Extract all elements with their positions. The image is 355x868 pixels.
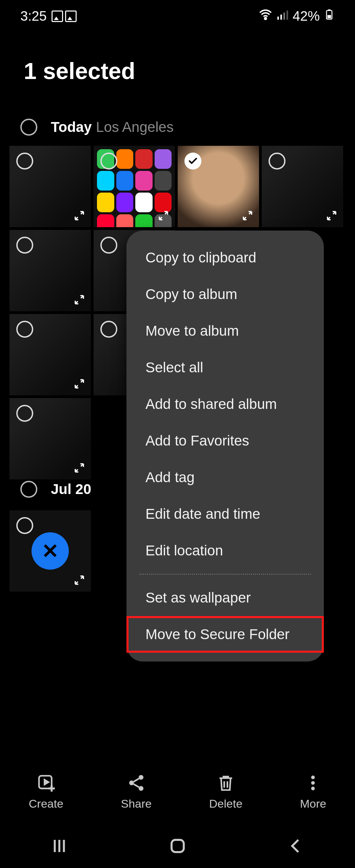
signal-icon: [276, 8, 289, 24]
svg-point-14: [311, 786, 315, 790]
page-title: 1 selected: [24, 58, 135, 84]
photo-thumb[interactable]: [9, 510, 91, 592]
menu-move-album[interactable]: Move to album: [126, 313, 324, 349]
expand-icon[interactable]: [73, 573, 86, 587]
bottom-action-bar: Create Share Delete More: [0, 760, 355, 824]
svg-rect-15: [172, 840, 184, 852]
menu-add-favorites[interactable]: Add to Favorites: [126, 422, 324, 459]
svg-point-10: [129, 781, 134, 785]
ifixit-icon: [32, 532, 69, 570]
create-button[interactable]: Create: [29, 773, 63, 810]
svg-point-13: [311, 781, 315, 785]
expand-icon[interactable]: [157, 209, 170, 222]
photo-notif-icon: [65, 11, 77, 22]
select-ring[interactable]: [16, 237, 33, 254]
select-ring[interactable]: [16, 153, 33, 170]
battery-text: 42%: [293, 8, 320, 24]
status-time: 3:25: [20, 8, 47, 24]
menu-separator: [139, 574, 311, 575]
section-title-jul20: Jul 20: [51, 481, 91, 497]
photo-thumb[interactable]: [9, 314, 91, 395]
select-all-jul20-checkbox[interactable]: [20, 481, 37, 498]
expand-icon[interactable]: [73, 377, 86, 391]
system-nav-bar: [0, 824, 355, 868]
expand-icon[interactable]: [73, 293, 86, 307]
nav-back-button[interactable]: [284, 834, 308, 858]
photo-thumb[interactable]: [9, 398, 91, 479]
section-title-today: Today: [51, 119, 92, 135]
select-all-today-checkbox[interactable]: [20, 119, 37, 136]
more-button[interactable]: More: [300, 773, 326, 810]
more-label: More: [300, 797, 326, 810]
photo-thumb[interactable]: [9, 230, 91, 311]
battery-icon: [324, 8, 335, 24]
nav-recents-button[interactable]: [47, 834, 71, 858]
share-button[interactable]: Share: [121, 773, 152, 810]
section-subtitle-today: Los Angeles: [96, 119, 174, 135]
svg-point-9: [139, 775, 143, 780]
select-ring[interactable]: [269, 153, 285, 170]
photo-thumb[interactable]: [262, 146, 343, 227]
context-menu: Copy to clipboard Copy to album Move to …: [126, 231, 324, 662]
svg-point-12: [311, 775, 315, 779]
menu-edit-location[interactable]: Edit location: [126, 532, 324, 569]
expand-icon[interactable]: [325, 209, 338, 222]
menu-copy-clipboard[interactable]: Copy to clipboard: [126, 239, 324, 276]
delete-label: Delete: [209, 797, 242, 810]
select-ring[interactable]: [16, 517, 33, 534]
svg-point-11: [139, 786, 143, 791]
checkmark-icon[interactable]: [184, 153, 201, 170]
menu-add-shared-album[interactable]: Add to shared album: [126, 386, 324, 422]
select-ring[interactable]: [16, 321, 33, 338]
nav-home-button[interactable]: [166, 834, 190, 858]
select-ring[interactable]: [100, 321, 117, 338]
delete-button[interactable]: Delete: [209, 773, 242, 810]
create-label: Create: [29, 797, 63, 810]
select-ring[interactable]: [100, 237, 117, 254]
svg-rect-6: [328, 9, 331, 11]
menu-copy-album[interactable]: Copy to album: [126, 276, 324, 313]
photo-notif-icon: [52, 11, 63, 22]
menu-select-all[interactable]: Select all: [126, 349, 324, 386]
status-bar: 3:25 42%: [0, 0, 355, 32]
svg-rect-3: [283, 13, 285, 20]
svg-point-0: [264, 18, 266, 19]
photo-thumb[interactable]: [9, 146, 91, 227]
menu-move-secure-folder[interactable]: Move to Secure Folder: [126, 616, 324, 653]
svg-rect-4: [287, 11, 288, 20]
select-ring[interactable]: [16, 405, 33, 422]
expand-icon[interactable]: [73, 461, 86, 475]
menu-set-wallpaper[interactable]: Set as wallpaper: [126, 579, 324, 616]
svg-rect-1: [277, 17, 279, 20]
photo-thumb-selected[interactable]: [178, 146, 259, 227]
photo-thumb[interactable]: [94, 146, 175, 227]
menu-add-tag[interactable]: Add tag: [126, 459, 324, 496]
expand-icon[interactable]: [241, 209, 254, 222]
select-ring[interactable]: [100, 153, 117, 170]
menu-edit-datetime[interactable]: Edit date and time: [126, 496, 324, 532]
svg-rect-7: [328, 15, 331, 18]
svg-rect-2: [280, 15, 282, 20]
wifi-icon: [259, 8, 272, 24]
share-label: Share: [121, 797, 152, 810]
expand-icon[interactable]: [73, 209, 86, 222]
